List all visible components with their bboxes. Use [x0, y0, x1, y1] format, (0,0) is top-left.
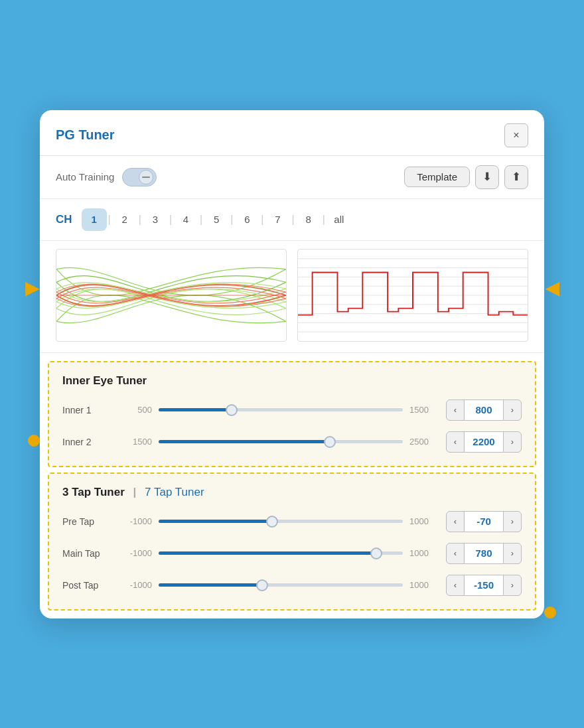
toolbar-right: Template ⬇ ⬆: [404, 165, 528, 189]
main-tap-max: 1000: [409, 548, 439, 558]
inner1-slider[interactable]: [159, 407, 403, 413]
inner2-decrement[interactable]: ‹: [446, 431, 465, 453]
close-button[interactable]: ×: [504, 123, 528, 147]
ch-divider-1: |: [107, 214, 112, 226]
outer-wrapper: ▶ ◀ PG Tuner × Auto Training Temp: [20, 29, 564, 699]
main-tap-label: Main Tap: [62, 548, 115, 559]
inner1-max: 1500: [409, 405, 439, 415]
seven-tap-label[interactable]: 7 Tap Tuner: [145, 486, 204, 498]
main-tap-decrement[interactable]: ‹: [446, 543, 465, 564]
ch-tab-7[interactable]: 7: [265, 208, 291, 231]
download-button[interactable]: ⬇: [475, 165, 499, 189]
toolbar: Auto Training Template ⬇ ⬆: [40, 156, 544, 199]
inner2-value: 2200: [465, 431, 503, 453]
inner2-min: 1500: [122, 437, 152, 447]
inner2-label: Inner 2: [62, 437, 115, 447]
inner1-value: 800: [465, 400, 503, 421]
tap-separator: |: [133, 486, 137, 498]
inner1-row: Inner 1 500 1500 ‹ 800 ›: [62, 400, 522, 421]
left-arrow-icon[interactable]: ▶: [25, 277, 38, 298]
dialog-header: PG Tuner ×: [40, 110, 544, 156]
ch-divider-7: |: [291, 214, 296, 226]
post-tap-min: -1000: [122, 580, 152, 590]
ch-divider-4: |: [198, 214, 204, 226]
ch-divider-3: |: [168, 214, 173, 226]
inner-eye-tuner-title: Inner Eye Tuner: [62, 374, 522, 388]
pre-tap-label: Pre Tap: [62, 516, 115, 527]
inner1-min: 500: [122, 405, 152, 415]
tap-tuner-title: 3 Tap Tuner | 7 Tap Tuner: [62, 486, 522, 499]
toggle-knob: [139, 170, 153, 184]
three-tap-label[interactable]: 3 Tap Tuner: [62, 486, 125, 498]
inner1-value-control: ‹ 800 ›: [446, 400, 522, 421]
inner2-increment[interactable]: ›: [503, 431, 522, 453]
signal-waveform-graph: [297, 249, 528, 342]
pre-tap-value: -70: [465, 511, 503, 532]
post-tap-value: -150: [465, 575, 503, 596]
left-side-dot: [28, 435, 40, 447]
inner1-decrement[interactable]: ‹: [446, 400, 465, 421]
pre-tap-row: Pre Tap -1000 1000 ‹ -70 ›: [62, 511, 522, 532]
dialog-title: PG Tuner: [56, 127, 115, 143]
main-tap-min: -1000: [122, 548, 152, 558]
pre-tap-value-control: ‹ -70 ›: [446, 511, 522, 532]
main-tap-value-control: ‹ 780 ›: [446, 543, 522, 564]
pre-tap-max: 1000: [409, 516, 439, 526]
auto-training-toggle[interactable]: [122, 168, 157, 186]
ch-tab-5[interactable]: 5: [204, 208, 229, 231]
toggle-minus-icon: [142, 177, 150, 178]
toolbar-left: Auto Training: [56, 168, 157, 186]
right-arrow-icon[interactable]: ◀: [546, 277, 559, 298]
post-tap-label: Post Tap: [62, 580, 115, 591]
post-tap-decrement[interactable]: ‹: [446, 575, 465, 596]
auto-training-label: Auto Training: [56, 171, 114, 182]
template-button[interactable]: Template: [404, 167, 470, 187]
close-icon: ×: [513, 129, 519, 141]
sections-area: Inner Eye Tuner Inner 1 500 1500 ‹ 800 ›: [40, 361, 544, 611]
tap-tuner-section: 3 Tap Tuner | 7 Tap Tuner Pre Tap -1000 …: [48, 473, 536, 611]
upload-button[interactable]: ⬆: [504, 165, 528, 189]
main-tap-value: 780: [465, 543, 503, 564]
ch-tab-4[interactable]: 4: [173, 208, 198, 231]
graphs-area: [40, 241, 544, 353]
ch-tab-8[interactable]: 8: [296, 208, 321, 231]
ch-divider-2: |: [137, 214, 143, 226]
inner2-slider[interactable]: [159, 439, 403, 445]
inner2-value-control: ‹ 2200 ›: [446, 431, 522, 453]
ch-divider-5: |: [229, 214, 234, 226]
main-tap-slider[interactable]: [159, 551, 403, 556]
upload-icon: ⬆: [512, 170, 521, 184]
pre-tap-increment[interactable]: ›: [503, 511, 522, 532]
ch-tab-2[interactable]: 2: [112, 208, 137, 231]
eye-diagram-graph: [56, 249, 287, 342]
dialog-panel: PG Tuner × Auto Training Template ⬇: [40, 110, 544, 619]
inner-eye-tuner-section: Inner Eye Tuner Inner 1 500 1500 ‹ 800 ›: [48, 361, 536, 467]
ch-divider-6: |: [259, 214, 265, 226]
main-tap-increment[interactable]: ›: [503, 543, 522, 564]
pre-tap-slider[interactable]: [159, 519, 403, 524]
ch-label: CH: [56, 213, 72, 226]
main-tap-row: Main Tap -1000 1000 ‹ 780 ›: [62, 543, 522, 564]
inner1-increment[interactable]: ›: [503, 400, 522, 421]
ch-tab-all[interactable]: all: [327, 208, 352, 231]
ch-tab-1[interactable]: 1: [82, 208, 107, 231]
post-tap-row: Post Tap -1000 1000 ‹ -150 ›: [62, 575, 522, 596]
channel-tabs: CH 1 | 2 | 3 | 4 | 5 | 6 | 7 | 8 | all: [40, 199, 544, 241]
download-icon: ⬇: [482, 170, 492, 184]
right-side-dot: [544, 607, 556, 619]
post-tap-max: 1000: [409, 580, 439, 590]
pre-tap-min: -1000: [122, 516, 152, 526]
pre-tap-decrement[interactable]: ‹: [446, 511, 465, 532]
inner2-max: 2500: [409, 437, 439, 447]
post-tap-slider[interactable]: [159, 583, 403, 588]
ch-divider-8: |: [321, 214, 327, 226]
post-tap-value-control: ‹ -150 ›: [446, 575, 522, 596]
post-tap-increment[interactable]: ›: [503, 575, 522, 596]
ch-tab-3[interactable]: 3: [143, 208, 168, 231]
inner1-label: Inner 1: [62, 405, 115, 415]
ch-tab-6[interactable]: 6: [234, 208, 259, 231]
inner2-row: Inner 2 1500 2500 ‹ 2200 ›: [62, 431, 522, 453]
